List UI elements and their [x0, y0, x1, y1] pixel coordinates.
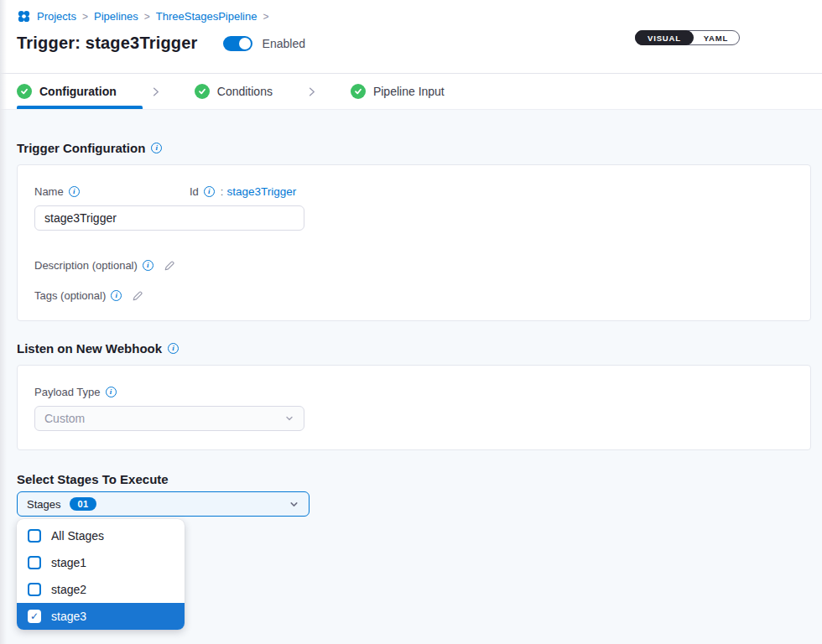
stages-multiselect[interactable]: Stages 01 [17, 491, 310, 517]
section-title-select-stages: Select Stages To Execute [17, 472, 811, 486]
harness-project-icon [17, 9, 31, 23]
configuration-panel: Trigger Configuration i Name i Id i : st… [0, 141, 822, 630]
info-icon[interactable]: i [143, 260, 153, 271]
tab-conditions[interactable]: Conditions [195, 84, 273, 99]
toggle-label: Enabled [263, 37, 305, 50]
visual-yaml-toggle[interactable]: VISUAL YAML [635, 30, 740, 45]
yaml-mode-button[interactable]: YAML [693, 31, 739, 44]
checkbox-icon[interactable]: ✓ [28, 583, 41, 596]
trigger-name-input[interactable] [34, 205, 304, 231]
info-icon[interactable]: i [204, 186, 215, 197]
visual-mode-button[interactable]: VISUAL [635, 30, 694, 45]
breadcrumb-link-pipelines[interactable]: Pipelines [94, 10, 138, 23]
payload-type-value: Custom [44, 412, 284, 425]
chevron-right-icon [306, 86, 317, 97]
check-circle-icon [195, 84, 210, 99]
section-title-text: Select Stages To Execute [17, 472, 169, 486]
tab-label: Pipeline Input [373, 85, 445, 98]
wizard-tabbar: Configuration Conditions Pipeline Input [0, 74, 822, 110]
tab-configuration[interactable]: Configuration [17, 84, 117, 99]
checkbox-icon[interactable]: ✓ [28, 556, 41, 569]
info-icon[interactable]: i [151, 143, 162, 153]
name-label-text: Name [34, 185, 64, 198]
info-icon[interactable]: i [168, 343, 179, 354]
edit-tags-icon[interactable] [132, 290, 143, 302]
option-label: stage2 [51, 583, 86, 596]
breadcrumb-separator: > [144, 10, 150, 23]
breadcrumb-separator: > [82, 10, 88, 23]
webhook-card: Payload Type i Custom [17, 365, 811, 450]
info-icon[interactable]: i [69, 186, 80, 197]
page-title: Trigger: stage3Trigger [17, 34, 198, 53]
chevron-down-icon [289, 499, 299, 510]
stages-selector-label: Stages [27, 498, 60, 511]
selected-count-badge: 01 [70, 497, 96, 511]
stage-option-stage2[interactable]: ✓ stage2 [17, 576, 185, 603]
option-label: stage3 [51, 610, 86, 623]
stage-option-all-stages[interactable]: ✓ All Stages [17, 522, 185, 549]
description-label-text: Description (optional) [34, 259, 138, 272]
payload-type-label: Payload Type i [34, 386, 117, 398]
name-field-label: Name i [34, 185, 80, 198]
description-label: Description (optional) i [34, 259, 153, 272]
tab-label: Configuration [39, 85, 117, 98]
check-circle-icon [351, 84, 366, 99]
tags-label-text: Tags (optional) [34, 289, 106, 302]
toggle-knob [239, 38, 251, 49]
stage-option-stage1[interactable]: ✓ stage1 [17, 549, 185, 576]
payload-type-label-text: Payload Type [34, 386, 101, 398]
trigger-configuration-card: Name i Id i : stage3Trigger Description … [17, 164, 811, 321]
info-icon[interactable]: i [111, 290, 122, 301]
edit-description-icon[interactable] [164, 260, 175, 272]
tags-label: Tags (optional) i [34, 289, 122, 302]
breadcrumb-separator: > [263, 10, 268, 23]
id-field-label: Id i [190, 185, 215, 198]
left-edge-shadow [0, 0, 7, 644]
chevron-down-icon [284, 413, 294, 423]
section-title-text: Trigger Configuration [17, 141, 145, 155]
info-icon[interactable]: i [106, 387, 117, 397]
breadcrumb-link-pipeline-name[interactable]: ThreeStagesPipeline [156, 10, 258, 23]
checkbox-checked-icon[interactable]: ✓ [28, 610, 41, 623]
id-label-text: Id [190, 185, 199, 198]
breadcrumb-link-projects[interactable]: Projects [37, 10, 76, 23]
trigger-id-value: stage3Trigger [226, 185, 296, 198]
section-title-text: Listen on New Webhook [17, 341, 162, 356]
option-label: All Stages [51, 529, 104, 543]
stage-option-stage3[interactable]: ✓ stage3 [17, 603, 185, 630]
section-title-webhook: Listen on New Webhook i [17, 341, 811, 356]
section-title-trigger-configuration: Trigger Configuration i [17, 141, 811, 155]
active-tab-underline [17, 106, 143, 109]
chevron-right-icon [150, 86, 161, 97]
option-label: stage1 [51, 556, 86, 569]
page-header: Projects > Pipelines > ThreeStagesPipeli… [0, 0, 822, 74]
payload-type-select[interactable]: Custom [34, 406, 304, 431]
breadcrumb: Projects > Pipelines > ThreeStagesPipeli… [17, 9, 822, 23]
tab-label: Conditions [217, 85, 273, 98]
check-circle-icon [17, 84, 32, 99]
trigger-enabled-toggle[interactable] [223, 36, 252, 51]
stages-dropdown-panel: ✓ All Stages ✓ stage1 ✓ stage2 ✓ stage3 [17, 519, 185, 630]
tab-pipeline-input[interactable]: Pipeline Input [351, 84, 445, 99]
checkbox-icon[interactable]: ✓ [28, 529, 41, 543]
id-colon: : [221, 185, 224, 198]
